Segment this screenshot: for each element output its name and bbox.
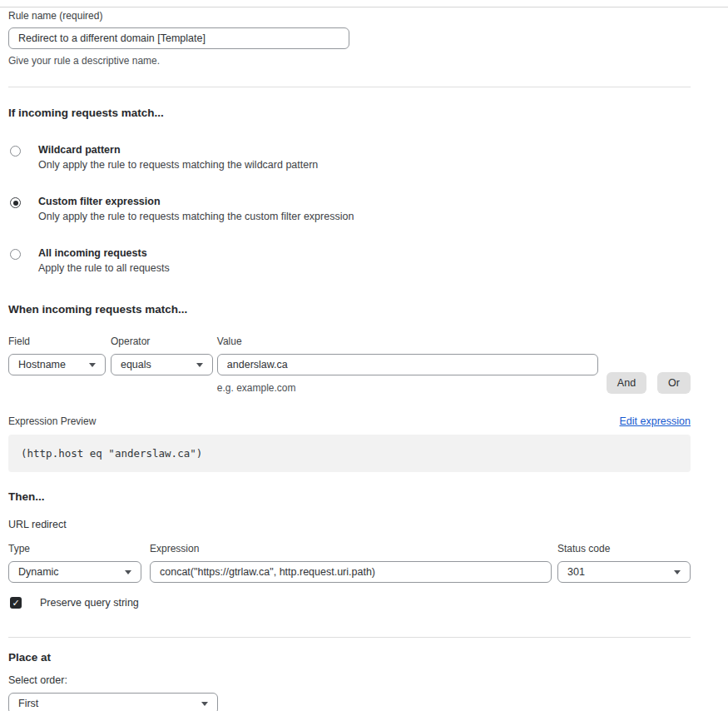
option-custom-filter: Custom filter expression Only apply the … (8, 196, 691, 222)
url-redirect-label: URL redirect (8, 519, 691, 530)
chevron-down-icon (196, 363, 203, 367)
status-code-label: Status code (557, 543, 691, 554)
field-select[interactable]: Hostname (8, 354, 106, 375)
value-label: Value (217, 336, 598, 347)
rule-name-helper: Give your rule a descriptive name. (8, 55, 691, 67)
radio-wildcard-pattern[interactable] (10, 146, 21, 157)
place-at-heading: Place at (8, 651, 691, 664)
top-divider (0, 7, 728, 7)
operator-label: Operator (111, 336, 213, 347)
then-heading: Then... (8, 490, 691, 503)
section-divider (8, 637, 691, 638)
option-description: Only apply the rule to requests matching… (38, 159, 318, 171)
option-label: Custom filter expression (38, 196, 354, 207)
chevron-down-icon (125, 570, 131, 574)
type-label: Type (8, 543, 141, 554)
status-code-select[interactable]: 301 (557, 561, 691, 583)
section-divider (8, 87, 691, 87)
expression-preview-label: Expression Preview (8, 415, 96, 427)
or-button[interactable]: Or (657, 372, 691, 394)
option-description: Only apply the rule to requests matching… (38, 211, 354, 222)
chevron-down-icon (674, 570, 681, 574)
when-match-heading: When incoming requests match... (8, 303, 691, 316)
preserve-query-checkbox[interactable]: ✓ (10, 597, 22, 609)
option-label: Wildcard pattern (38, 144, 318, 156)
status-code-select-value: 301 (567, 566, 585, 578)
value-input[interactable] (217, 354, 598, 375)
redirect-expression-input[interactable] (150, 561, 552, 583)
expression-label: Expression (150, 543, 552, 554)
radio-custom-filter[interactable] (10, 197, 21, 208)
radio-all-requests[interactable] (10, 249, 21, 260)
select-order-label: Select order: (8, 674, 691, 686)
preserve-query-label: Preserve query string (40, 597, 139, 609)
operator-select[interactable]: equals (111, 354, 213, 375)
type-select-value: Dynamic (18, 566, 59, 578)
type-select[interactable]: Dynamic (8, 561, 141, 583)
rule-name-label: Rule name (required) (8, 10, 691, 22)
if-match-heading: If incoming requests match... (8, 107, 691, 119)
expression-preview-code: (http.host eq "anderslaw.ca") (8, 435, 691, 472)
field-label: Field (8, 336, 106, 347)
rule-name-input[interactable] (8, 27, 349, 49)
edit-expression-link[interactable]: Edit expression (620, 415, 691, 427)
chevron-down-icon (201, 702, 208, 706)
order-select-value: First (18, 698, 38, 709)
value-helper: e.g. example.com (217, 382, 598, 394)
option-label: All incoming requests (38, 247, 170, 259)
option-description: Apply the rule to all requests (38, 262, 170, 274)
option-wildcard-pattern: Wildcard pattern Only apply the rule to … (8, 144, 691, 171)
operator-select-value: equals (121, 359, 151, 370)
option-all-requests: All incoming requests Apply the rule to … (8, 247, 691, 274)
and-button[interactable]: And (607, 372, 646, 394)
rule-editor-page: Rule name (required) Give your rule a de… (0, 7, 728, 711)
field-select-value: Hostname (18, 359, 66, 370)
order-select[interactable]: First (8, 693, 218, 711)
chevron-down-icon (89, 363, 96, 367)
